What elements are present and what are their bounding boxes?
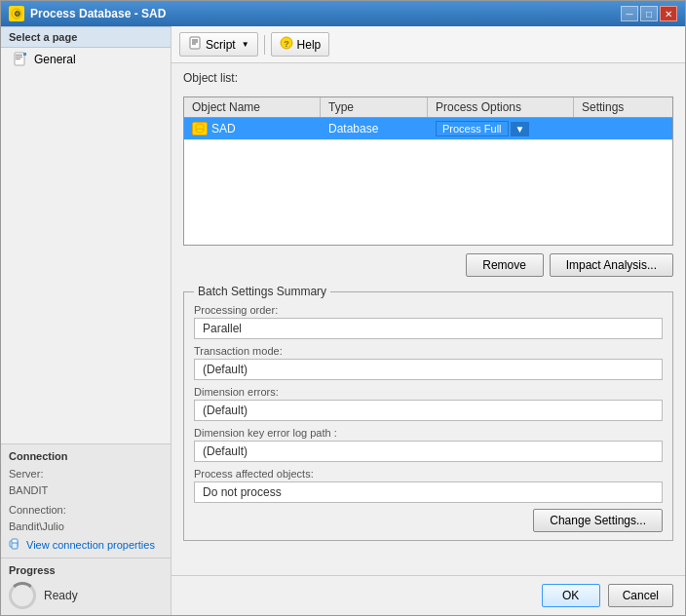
setting-value: (Default) xyxy=(194,441,663,462)
batch-setting-row: Dimension errors:(Default) xyxy=(194,386,663,421)
row-name: SAD xyxy=(211,122,236,135)
window-body: Select a page General Connection S xyxy=(1,26,685,615)
object-list-body: SAD Database Process Full ▼ xyxy=(184,118,672,245)
connection-header: Connection xyxy=(9,450,163,462)
connection-label: Connection: xyxy=(9,502,163,519)
setting-value: (Default) xyxy=(194,359,663,380)
cell-name: SAD xyxy=(184,118,321,139)
server-label: Server: xyxy=(9,466,163,482)
progress-header: Progress xyxy=(9,564,163,576)
script-icon xyxy=(188,36,202,53)
svg-point-18 xyxy=(196,129,204,133)
restore-button[interactable]: □ xyxy=(640,6,658,21)
title-bar-left: ⚙ Process Database - SAD xyxy=(9,6,166,21)
batch-setting-row: Process affected objects:Do not process xyxy=(194,468,663,503)
setting-value: (Default) xyxy=(194,400,663,421)
script-label: Script xyxy=(206,38,236,52)
minimize-button[interactable]: ─ xyxy=(621,6,638,21)
batch-setting-row: Processing order:Parallel xyxy=(194,304,663,339)
toolbar-divider xyxy=(264,35,265,55)
change-settings-button[interactable]: Change Settings... xyxy=(533,509,663,532)
connection-link-icon xyxy=(9,538,22,552)
process-options-arrow[interactable]: ▼ xyxy=(511,122,530,136)
svg-rect-10 xyxy=(190,37,200,49)
select-page-header: Select a page xyxy=(1,26,171,48)
object-list-buttons: Remove Impact Analysis... xyxy=(183,253,673,277)
help-button[interactable]: ? Help xyxy=(271,32,330,57)
view-connection-text: View connection properties xyxy=(26,539,155,551)
remove-button[interactable]: Remove xyxy=(466,253,544,277)
content-area: Object list: Object Name Type Process Op… xyxy=(172,63,685,575)
col-process-options: Process Options xyxy=(428,97,574,117)
title-controls: ─ □ ✕ xyxy=(621,6,677,21)
svg-rect-6 xyxy=(23,53,26,56)
batch-setting-row: Transaction mode:(Default) xyxy=(194,345,663,380)
object-list-header: Object Name Type Process Options Setting… xyxy=(184,97,672,118)
help-svg: ? xyxy=(280,36,293,50)
server-value: BANDIT xyxy=(9,482,163,499)
script-dropdown-arrow: ▼ xyxy=(242,40,249,49)
col-settings: Settings xyxy=(574,97,671,117)
progress-spinner xyxy=(9,582,36,609)
svg-rect-4 xyxy=(16,57,22,58)
db-svg xyxy=(194,123,206,135)
connection-section: Connection Server: BANDIT Connection: Ba… xyxy=(1,443,171,558)
connection-value: Bandit\Julio xyxy=(9,519,163,535)
cell-process-options: Process Full ▼ xyxy=(428,118,574,139)
object-list-container: Object Name Type Process Options Setting… xyxy=(183,96,673,246)
svg-rect-5 xyxy=(16,58,20,59)
setting-label: Dimension errors: xyxy=(194,386,663,398)
window-title: Process Database - SAD xyxy=(30,7,166,20)
setting-label: Transaction mode: xyxy=(194,345,663,357)
cell-type: Database xyxy=(321,118,428,139)
svg-text:⚙: ⚙ xyxy=(14,10,20,19)
batch-settings-fieldset: Batch Settings Summary Processing order:… xyxy=(183,285,673,541)
setting-value: Do not process xyxy=(194,481,663,503)
setting-label: Processing order: xyxy=(194,304,663,316)
cell-settings xyxy=(574,118,671,139)
batch-settings-legend: Batch Settings Summary xyxy=(194,285,330,298)
view-connection-link[interactable]: View connection properties xyxy=(9,538,163,552)
change-settings-row: Change Settings... xyxy=(194,509,663,532)
progress-section: Progress Ready xyxy=(1,558,171,615)
toolbar: Script ▼ ? Help xyxy=(172,26,685,63)
batch-setting-row: Dimension key error log path :(Default) xyxy=(194,427,663,462)
general-label: General xyxy=(34,53,76,66)
col-type: Type xyxy=(321,97,428,117)
setting-value: Parallel xyxy=(194,318,663,339)
impact-analysis-button[interactable]: Impact Analysis... xyxy=(550,253,673,277)
main-window: ⚙ Process Database - SAD ─ □ ✕ Select a … xyxy=(0,0,686,616)
close-button[interactable]: ✕ xyxy=(660,6,677,21)
object-list-label: Object list: xyxy=(183,71,673,85)
help-label: Help xyxy=(297,38,322,52)
svg-text:?: ? xyxy=(284,39,289,49)
title-bar: ⚙ Process Database - SAD ─ □ ✕ xyxy=(1,1,685,26)
table-row[interactable]: SAD Database Process Full ▼ xyxy=(184,118,672,140)
cancel-button[interactable]: Cancel xyxy=(608,584,673,607)
help-icon: ? xyxy=(280,36,293,53)
progress-status: Ready xyxy=(44,589,78,602)
script-svg xyxy=(188,36,202,50)
sidebar-spacer xyxy=(1,71,171,443)
col-object-name: Object Name xyxy=(184,97,321,117)
svg-rect-3 xyxy=(16,55,22,56)
database-icon xyxy=(192,122,208,135)
svg-rect-9 xyxy=(12,543,18,549)
process-options-dropdown[interactable]: Process Full xyxy=(436,121,509,136)
ok-button[interactable]: OK xyxy=(542,584,600,607)
bottom-bar: OK Cancel xyxy=(172,575,685,615)
setting-label: Dimension key error log path : xyxy=(194,427,663,439)
sidebar: Select a page General Connection S xyxy=(1,26,172,615)
window-icon: ⚙ xyxy=(9,6,24,21)
setting-label: Process affected objects: xyxy=(194,468,663,480)
general-icon xyxy=(13,52,28,67)
batch-settings-rows: Processing order:ParallelTransaction mod… xyxy=(194,304,663,503)
script-button[interactable]: Script ▼ xyxy=(179,32,258,57)
progress-content: Ready xyxy=(9,582,163,609)
main-content: Script ▼ ? Help Object list: xyxy=(172,26,685,615)
sidebar-item-general[interactable]: General xyxy=(1,48,171,71)
